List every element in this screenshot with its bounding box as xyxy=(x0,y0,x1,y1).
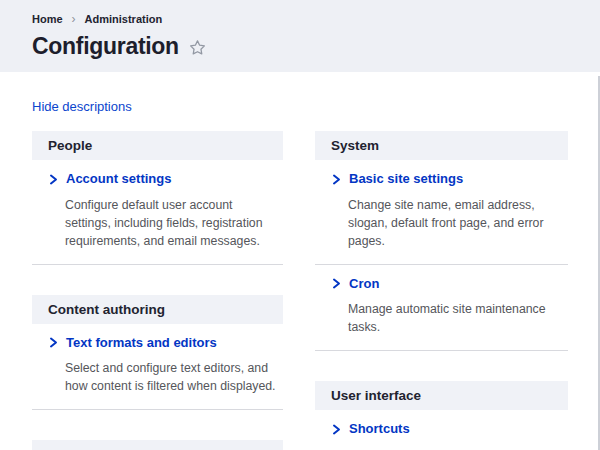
admin-item-shortcuts: Shortcuts Add and modify shortcut sets. xyxy=(315,410,568,450)
breadcrumb-link-administration[interactable]: Administration xyxy=(85,13,163,25)
panel-title-system: System xyxy=(315,131,568,160)
page-title: Configuration xyxy=(32,32,179,60)
panel-title-people: People xyxy=(32,131,283,160)
panels-grid: People Account settings Configure defaul… xyxy=(32,131,568,450)
right-column: System Basic site settings Change site n… xyxy=(315,131,568,450)
account-settings-link[interactable]: Account settings xyxy=(49,171,171,187)
basic-site-settings-label: Basic site settings xyxy=(349,171,463,187)
shortcuts-label: Shortcuts xyxy=(349,421,410,437)
text-formats-label: Text formats and editors xyxy=(66,335,217,351)
panel-user-interface: User interface Shortcuts Add and modify … xyxy=(315,381,568,450)
chevron-right-icon xyxy=(49,174,58,185)
breadcrumb-link-home[interactable]: Home xyxy=(32,13,63,25)
cron-link[interactable]: Cron xyxy=(332,276,379,292)
text-formats-description: Select and configure text editors, and h… xyxy=(65,359,281,395)
panel-system: System Basic site settings Change site n… xyxy=(315,131,568,351)
basic-site-settings-link[interactable]: Basic site settings xyxy=(332,171,463,187)
breadcrumb-separator-icon: › xyxy=(72,13,76,25)
chevron-right-icon xyxy=(332,278,341,289)
left-column: People Account settings Configure defaul… xyxy=(32,131,283,450)
text-formats-link[interactable]: Text formats and editors xyxy=(49,335,217,351)
admin-item-text-formats: Text formats and editors Select and conf… xyxy=(32,324,283,411)
panel-title-user-interface: User interface xyxy=(315,381,568,410)
chevron-right-icon xyxy=(332,424,341,435)
page-header: Home › Administration Configuration xyxy=(0,0,600,72)
panel-development: Development xyxy=(32,440,283,450)
hide-descriptions-link[interactable]: Hide descriptions xyxy=(32,99,132,114)
cron-label: Cron xyxy=(349,276,379,292)
account-settings-description: Configure default user account settings,… xyxy=(65,196,281,250)
panel-content-authoring: Content authoring Text formats and edito… xyxy=(32,295,283,411)
admin-item-basic-site-settings: Basic site settings Change site name, em… xyxy=(315,160,568,265)
cron-description: Manage automatic site maintenance tasks. xyxy=(348,300,566,336)
main-content: Hide descriptions People Account setting… xyxy=(0,72,600,450)
shortcuts-description: Add and modify shortcut sets. xyxy=(348,446,566,450)
title-row: Configuration xyxy=(32,32,568,60)
favorite-star-icon[interactable] xyxy=(188,38,207,57)
panel-title-content-authoring: Content authoring xyxy=(32,295,283,324)
chevron-right-icon xyxy=(49,337,58,348)
breadcrumb: Home › Administration xyxy=(32,13,568,25)
admin-item-account-settings: Account settings Configure default user … xyxy=(32,160,283,265)
panel-people: People Account settings Configure defaul… xyxy=(32,131,283,265)
admin-item-cron: Cron Manage automatic site maintenance t… xyxy=(315,265,568,352)
panel-title-development: Development xyxy=(32,440,283,450)
basic-site-settings-description: Change site name, email address, slogan,… xyxy=(348,196,566,250)
account-settings-label: Account settings xyxy=(66,171,171,187)
shortcuts-link[interactable]: Shortcuts xyxy=(332,421,410,437)
chevron-right-icon xyxy=(332,174,341,185)
